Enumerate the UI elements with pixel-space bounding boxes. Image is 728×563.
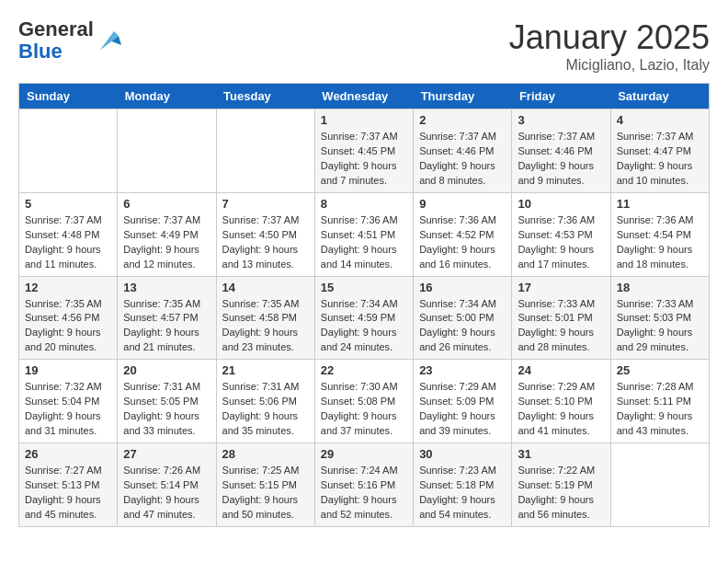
calendar-day: 17Sunrise: 7:33 AMSunset: 5:01 PMDayligh… [512,276,610,360]
day-number: 6 [123,197,210,211]
day-info: Sunrise: 7:35 AMSunset: 4:57 PMDaylight:… [123,297,210,356]
day-number: 7 [222,197,309,211]
calendar-day [216,109,314,193]
calendar-day: 2Sunrise: 7:37 AMSunset: 4:46 PMDaylight… [414,109,512,193]
day-info: Sunrise: 7:22 AMSunset: 5:19 PMDaylight:… [518,464,604,523]
day-info: Sunrise: 7:31 AMSunset: 5:06 PMDaylight:… [222,380,309,439]
calendar-day [118,109,216,193]
calendar-week-row: 1Sunrise: 7:37 AMSunset: 4:45 PMDaylight… [19,109,710,193]
calendar-day: 25Sunrise: 7:28 AMSunset: 5:11 PMDayligh… [610,360,709,443]
day-info: Sunrise: 7:26 AMSunset: 5:14 PMDaylight:… [123,464,210,523]
day-number: 5 [25,197,111,211]
calendar-day: 4Sunrise: 7:37 AMSunset: 4:47 PMDaylight… [610,109,709,193]
calendar-week-row: 26Sunrise: 7:27 AMSunset: 5:13 PMDayligh… [19,443,710,527]
day-info: Sunrise: 7:29 AMSunset: 5:09 PMDaylight:… [419,380,506,439]
day-number: 25 [617,363,703,377]
day-info: Sunrise: 7:30 AMSunset: 5:08 PMDaylight:… [321,380,407,439]
day-info: Sunrise: 7:37 AMSunset: 4:49 PMDaylight:… [123,213,210,272]
day-number: 19 [25,363,111,377]
day-info: Sunrise: 7:29 AMSunset: 5:10 PMDaylight:… [518,380,604,439]
calendar-day: 7Sunrise: 7:37 AMSunset: 4:50 PMDaylight… [216,192,314,276]
logo-blue: Blue [18,40,63,63]
calendar-day: 22Sunrise: 7:30 AMSunset: 5:08 PMDayligh… [314,360,413,443]
calendar-day: 28Sunrise: 7:25 AMSunset: 5:15 PMDayligh… [216,443,314,527]
calendar-day: 13Sunrise: 7:35 AMSunset: 4:57 PMDayligh… [118,276,216,360]
day-info: Sunrise: 7:27 AMSunset: 5:13 PMDaylight:… [25,464,111,523]
location-title: Micigliano, Lazio, Italy [509,57,710,74]
day-number: 2 [419,113,506,127]
weekday-header-sunday: Sunday [19,84,118,109]
calendar-day: 31Sunrise: 7:22 AMSunset: 5:19 PMDayligh… [512,443,610,527]
calendar-day: 5Sunrise: 7:37 AMSunset: 4:48 PMDaylight… [19,192,118,276]
logo: General Blue [18,18,123,63]
calendar-week-row: 12Sunrise: 7:35 AMSunset: 4:56 PMDayligh… [19,276,710,360]
day-number: 16 [419,281,506,294]
calendar-day: 20Sunrise: 7:31 AMSunset: 5:05 PMDayligh… [118,360,216,443]
calendar-day: 29Sunrise: 7:24 AMSunset: 5:16 PMDayligh… [314,443,413,527]
title-area: January 2025 Micigliano, Lazio, Italy [509,18,710,74]
calendar-day: 10Sunrise: 7:36 AMSunset: 4:53 PMDayligh… [512,192,610,276]
day-info: Sunrise: 7:37 AMSunset: 4:46 PMDaylight:… [419,130,506,189]
day-number: 29 [321,447,407,461]
day-number: 17 [518,281,604,294]
logo-general: General [18,17,94,40]
day-number: 31 [518,447,604,461]
weekday-header-row: SundayMondayTuesdayWednesdayThursdayFrid… [19,84,710,109]
day-number: 1 [321,113,407,127]
day-number: 8 [321,197,407,211]
day-number: 3 [518,113,604,127]
day-number: 30 [419,447,506,461]
day-info: Sunrise: 7:36 AMSunset: 4:51 PMDaylight:… [321,213,407,272]
day-info: Sunrise: 7:24 AMSunset: 5:16 PMDaylight:… [321,464,407,523]
weekday-header-monday: Monday [118,84,216,109]
day-info: Sunrise: 7:31 AMSunset: 5:05 PMDaylight:… [123,380,210,439]
day-info: Sunrise: 7:35 AMSunset: 4:56 PMDaylight:… [25,297,111,356]
day-info: Sunrise: 7:25 AMSunset: 5:15 PMDaylight:… [222,464,309,523]
calendar-day: 8Sunrise: 7:36 AMSunset: 4:51 PMDaylight… [314,192,413,276]
day-info: Sunrise: 7:33 AMSunset: 5:03 PMDaylight:… [617,297,703,356]
day-info: Sunrise: 7:37 AMSunset: 4:50 PMDaylight:… [222,213,309,272]
day-number: 11 [617,197,703,211]
day-info: Sunrise: 7:34 AMSunset: 4:59 PMDaylight:… [321,297,407,356]
calendar-day: 18Sunrise: 7:33 AMSunset: 5:03 PMDayligh… [610,276,709,360]
calendar-day: 19Sunrise: 7:32 AMSunset: 5:04 PMDayligh… [19,360,118,443]
day-number: 14 [222,281,309,294]
calendar-day: 21Sunrise: 7:31 AMSunset: 5:06 PMDayligh… [216,360,314,443]
weekday-header-tuesday: Tuesday [216,84,314,109]
day-info: Sunrise: 7:37 AMSunset: 4:48 PMDaylight:… [25,213,111,272]
day-number: 23 [419,363,506,377]
page-header: General Blue January 2025 Micigliano, La… [18,18,710,74]
day-number: 12 [25,281,111,294]
calendar-day: 30Sunrise: 7:23 AMSunset: 5:18 PMDayligh… [414,443,512,527]
calendar-day: 23Sunrise: 7:29 AMSunset: 5:09 PMDayligh… [414,360,512,443]
calendar-day: 11Sunrise: 7:36 AMSunset: 4:54 PMDayligh… [610,192,709,276]
calendar-week-row: 19Sunrise: 7:32 AMSunset: 5:04 PMDayligh… [19,360,710,443]
day-info: Sunrise: 7:37 AMSunset: 4:45 PMDaylight:… [321,130,407,189]
day-info: Sunrise: 7:36 AMSunset: 4:54 PMDaylight:… [617,213,703,272]
calendar-day: 3Sunrise: 7:37 AMSunset: 4:46 PMDaylight… [512,109,610,193]
day-number: 27 [123,447,210,461]
month-title: January 2025 [509,18,710,57]
calendar-day [19,109,118,193]
day-info: Sunrise: 7:36 AMSunset: 4:53 PMDaylight:… [518,213,604,272]
day-number: 18 [617,281,703,294]
day-number: 15 [321,281,407,294]
weekday-header-thursday: Thursday [414,84,512,109]
day-number: 26 [25,447,111,461]
calendar-day: 24Sunrise: 7:29 AMSunset: 5:10 PMDayligh… [512,360,610,443]
day-number: 22 [321,363,407,377]
day-number: 9 [419,197,506,211]
calendar-day: 15Sunrise: 7:34 AMSunset: 4:59 PMDayligh… [314,276,413,360]
calendar-day [610,443,709,527]
day-info: Sunrise: 7:37 AMSunset: 4:47 PMDaylight:… [617,130,703,189]
calendar-day: 26Sunrise: 7:27 AMSunset: 5:13 PMDayligh… [19,443,118,527]
calendar-table: SundayMondayTuesdayWednesdayThursdayFrid… [18,83,710,527]
calendar-day: 6Sunrise: 7:37 AMSunset: 4:49 PMDaylight… [118,192,216,276]
calendar-day: 9Sunrise: 7:36 AMSunset: 4:52 PMDaylight… [414,192,512,276]
day-info: Sunrise: 7:35 AMSunset: 4:58 PMDaylight:… [222,297,309,356]
day-info: Sunrise: 7:23 AMSunset: 5:18 PMDaylight:… [419,464,506,523]
weekday-header-friday: Friday [512,84,610,109]
day-info: Sunrise: 7:37 AMSunset: 4:46 PMDaylight:… [518,130,604,189]
calendar-day: 1Sunrise: 7:37 AMSunset: 4:45 PMDaylight… [314,109,413,193]
calendar-day: 16Sunrise: 7:34 AMSunset: 5:00 PMDayligh… [414,276,512,360]
